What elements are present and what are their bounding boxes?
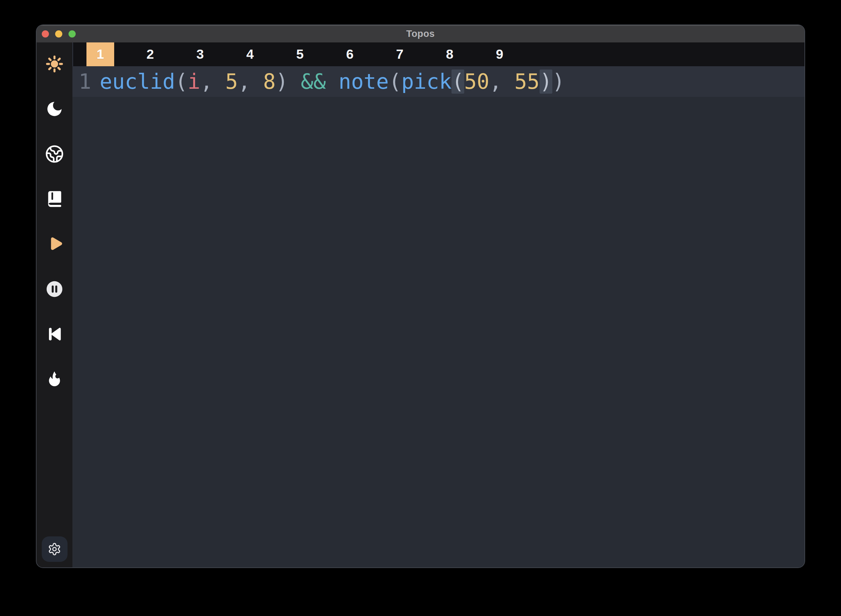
globe-button[interactable] (45, 145, 64, 163)
window-title: Topos (37, 28, 804, 39)
tab-bar: 123456789 (72, 43, 804, 66)
title-bar[interactable]: Topos (37, 25, 804, 43)
code-token: 8 (263, 69, 275, 94)
main-area: 123456789 1 euclid(i, 5, 8) && note(pick… (72, 43, 804, 568)
tab-8[interactable]: 8 (436, 43, 464, 66)
pause-icon (45, 280, 64, 299)
tab-6[interactable]: 6 (336, 43, 364, 66)
window-content: 123456789 1 euclid(i, 5, 8) && note(pick… (37, 43, 804, 568)
line-number: 1 (79, 69, 91, 94)
code-token: note (338, 69, 389, 94)
code-token: ) (552, 69, 565, 94)
settings-button[interactable] (42, 536, 67, 562)
play-icon (45, 235, 64, 254)
gear-icon (48, 542, 62, 556)
skip-back-button[interactable] (45, 325, 64, 343)
code-token: ( (175, 69, 188, 94)
code-token: 55 (514, 69, 539, 94)
tab-1[interactable]: 1 (86, 43, 114, 66)
code-token: euclid (100, 69, 175, 94)
code-token: 5 (226, 69, 238, 94)
tab-3[interactable]: 3 (186, 43, 214, 66)
play-button[interactable] (45, 235, 64, 254)
topos-window: Topos (37, 25, 804, 568)
pause-button[interactable] (45, 280, 64, 299)
code-token: && (301, 69, 326, 94)
moon-icon (45, 100, 64, 119)
code-token: ( (451, 69, 464, 94)
tab-4[interactable]: 4 (236, 43, 264, 66)
light-theme-button[interactable] (45, 54, 64, 73)
desktop: Topos (0, 0, 841, 616)
globe-icon (45, 145, 64, 163)
code-token: ) (275, 69, 301, 94)
flame-icon (45, 370, 64, 389)
code-token: ( (389, 69, 401, 94)
flame-button[interactable] (45, 370, 64, 389)
editor-active-line: 1 euclid(i, 5, 8) && note(pick(50, 55)) (72, 66, 804, 97)
code-token: i (188, 69, 200, 94)
tab-7[interactable]: 7 (386, 43, 414, 66)
code-token: ) (539, 69, 552, 94)
code-token: , (489, 69, 514, 94)
code-token (326, 69, 338, 94)
tab-5[interactable]: 5 (286, 43, 314, 66)
code-token: , (238, 69, 263, 94)
sun-icon (45, 54, 64, 73)
tab-9[interactable]: 9 (486, 43, 513, 66)
code-token: pick (401, 69, 451, 94)
code-token: 50 (464, 69, 489, 94)
skip-back-icon (45, 325, 64, 343)
code-token: , (200, 69, 226, 94)
book-icon (45, 189, 64, 208)
code-editor[interactable]: 1 euclid(i, 5, 8) && note(pick(50, 55)) (72, 66, 804, 568)
dark-theme-button[interactable] (45, 100, 64, 119)
sidebar (37, 43, 72, 568)
code-line: euclid(i, 5, 8) && note(pick(50, 55)) (100, 69, 565, 94)
tab-2[interactable]: 2 (136, 43, 164, 66)
docs-button[interactable] (45, 189, 64, 208)
